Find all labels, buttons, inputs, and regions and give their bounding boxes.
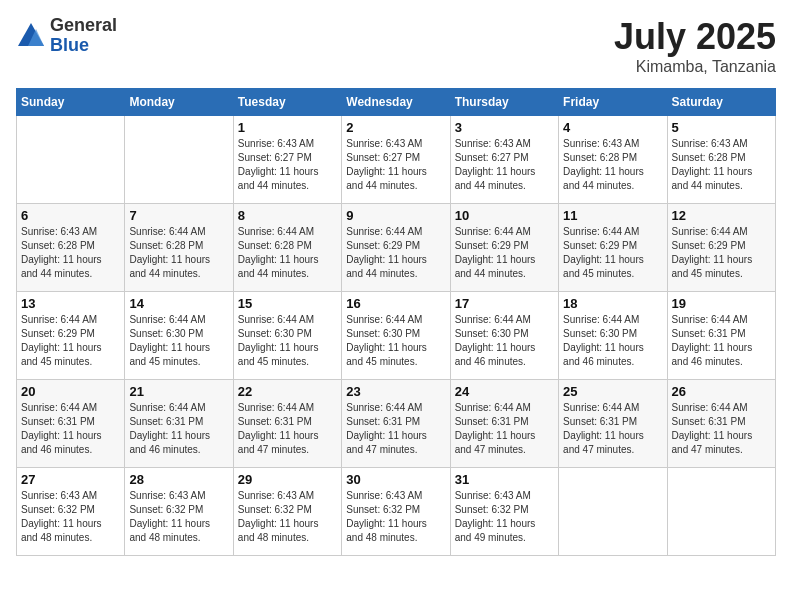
day-number: 16 bbox=[346, 296, 445, 311]
day-info: Sunrise: 6:44 AM Sunset: 6:31 PM Dayligh… bbox=[346, 401, 445, 457]
day-info: Sunrise: 6:44 AM Sunset: 6:31 PM Dayligh… bbox=[455, 401, 554, 457]
calendar-cell: 6Sunrise: 6:43 AM Sunset: 6:28 PM Daylig… bbox=[17, 204, 125, 292]
week-row-1: 1Sunrise: 6:43 AM Sunset: 6:27 PM Daylig… bbox=[17, 116, 776, 204]
day-number: 18 bbox=[563, 296, 662, 311]
day-info: Sunrise: 6:44 AM Sunset: 6:31 PM Dayligh… bbox=[129, 401, 228, 457]
day-number: 13 bbox=[21, 296, 120, 311]
day-number: 28 bbox=[129, 472, 228, 487]
day-info: Sunrise: 6:43 AM Sunset: 6:32 PM Dayligh… bbox=[21, 489, 120, 545]
title-block: July 2025 Kimamba, Tanzania bbox=[614, 16, 776, 76]
day-header-sunday: Sunday bbox=[17, 89, 125, 116]
day-header-thursday: Thursday bbox=[450, 89, 558, 116]
day-header-tuesday: Tuesday bbox=[233, 89, 341, 116]
calendar-cell bbox=[17, 116, 125, 204]
day-info: Sunrise: 6:44 AM Sunset: 6:30 PM Dayligh… bbox=[563, 313, 662, 369]
calendar-cell: 12Sunrise: 6:44 AM Sunset: 6:29 PM Dayli… bbox=[667, 204, 775, 292]
calendar-cell: 22Sunrise: 6:44 AM Sunset: 6:31 PM Dayli… bbox=[233, 380, 341, 468]
day-number: 26 bbox=[672, 384, 771, 399]
day-info: Sunrise: 6:44 AM Sunset: 6:29 PM Dayligh… bbox=[346, 225, 445, 281]
day-info: Sunrise: 6:43 AM Sunset: 6:28 PM Dayligh… bbox=[672, 137, 771, 193]
calendar-cell: 2Sunrise: 6:43 AM Sunset: 6:27 PM Daylig… bbox=[342, 116, 450, 204]
day-number: 21 bbox=[129, 384, 228, 399]
calendar-cell: 8Sunrise: 6:44 AM Sunset: 6:28 PM Daylig… bbox=[233, 204, 341, 292]
day-number: 12 bbox=[672, 208, 771, 223]
week-row-5: 27Sunrise: 6:43 AM Sunset: 6:32 PM Dayli… bbox=[17, 468, 776, 556]
day-header-monday: Monday bbox=[125, 89, 233, 116]
day-info: Sunrise: 6:43 AM Sunset: 6:32 PM Dayligh… bbox=[346, 489, 445, 545]
calendar-cell: 15Sunrise: 6:44 AM Sunset: 6:30 PM Dayli… bbox=[233, 292, 341, 380]
calendar-cell: 25Sunrise: 6:44 AM Sunset: 6:31 PM Dayli… bbox=[559, 380, 667, 468]
calendar-cell: 30Sunrise: 6:43 AM Sunset: 6:32 PM Dayli… bbox=[342, 468, 450, 556]
calendar-cell: 19Sunrise: 6:44 AM Sunset: 6:31 PM Dayli… bbox=[667, 292, 775, 380]
logo-general-text: General bbox=[50, 16, 117, 36]
day-info: Sunrise: 6:43 AM Sunset: 6:28 PM Dayligh… bbox=[563, 137, 662, 193]
calendar-header: SundayMondayTuesdayWednesdayThursdayFrid… bbox=[17, 89, 776, 116]
day-info: Sunrise: 6:44 AM Sunset: 6:31 PM Dayligh… bbox=[672, 401, 771, 457]
calendar-cell: 17Sunrise: 6:44 AM Sunset: 6:30 PM Dayli… bbox=[450, 292, 558, 380]
day-info: Sunrise: 6:43 AM Sunset: 6:27 PM Dayligh… bbox=[346, 137, 445, 193]
day-info: Sunrise: 6:43 AM Sunset: 6:27 PM Dayligh… bbox=[455, 137, 554, 193]
logo: General Blue bbox=[16, 16, 117, 56]
location-subtitle: Kimamba, Tanzania bbox=[614, 58, 776, 76]
day-number: 22 bbox=[238, 384, 337, 399]
calendar-cell: 3Sunrise: 6:43 AM Sunset: 6:27 PM Daylig… bbox=[450, 116, 558, 204]
week-row-4: 20Sunrise: 6:44 AM Sunset: 6:31 PM Dayli… bbox=[17, 380, 776, 468]
day-info: Sunrise: 6:44 AM Sunset: 6:30 PM Dayligh… bbox=[129, 313, 228, 369]
day-info: Sunrise: 6:43 AM Sunset: 6:28 PM Dayligh… bbox=[21, 225, 120, 281]
day-number: 10 bbox=[455, 208, 554, 223]
day-number: 3 bbox=[455, 120, 554, 135]
day-number: 9 bbox=[346, 208, 445, 223]
day-number: 27 bbox=[21, 472, 120, 487]
calendar-cell bbox=[125, 116, 233, 204]
day-number: 5 bbox=[672, 120, 771, 135]
day-info: Sunrise: 6:44 AM Sunset: 6:29 PM Dayligh… bbox=[563, 225, 662, 281]
day-info: Sunrise: 6:44 AM Sunset: 6:31 PM Dayligh… bbox=[21, 401, 120, 457]
header-row: SundayMondayTuesdayWednesdayThursdayFrid… bbox=[17, 89, 776, 116]
calendar-cell: 21Sunrise: 6:44 AM Sunset: 6:31 PM Dayli… bbox=[125, 380, 233, 468]
calendar-cell: 13Sunrise: 6:44 AM Sunset: 6:29 PM Dayli… bbox=[17, 292, 125, 380]
calendar-cell bbox=[667, 468, 775, 556]
day-info: Sunrise: 6:44 AM Sunset: 6:28 PM Dayligh… bbox=[129, 225, 228, 281]
calendar-cell: 7Sunrise: 6:44 AM Sunset: 6:28 PM Daylig… bbox=[125, 204, 233, 292]
logo-icon bbox=[16, 21, 46, 51]
calendar-cell: 5Sunrise: 6:43 AM Sunset: 6:28 PM Daylig… bbox=[667, 116, 775, 204]
day-number: 7 bbox=[129, 208, 228, 223]
calendar-cell: 29Sunrise: 6:43 AM Sunset: 6:32 PM Dayli… bbox=[233, 468, 341, 556]
calendar-cell: 26Sunrise: 6:44 AM Sunset: 6:31 PM Dayli… bbox=[667, 380, 775, 468]
day-number: 25 bbox=[563, 384, 662, 399]
calendar-cell: 14Sunrise: 6:44 AM Sunset: 6:30 PM Dayli… bbox=[125, 292, 233, 380]
day-info: Sunrise: 6:43 AM Sunset: 6:27 PM Dayligh… bbox=[238, 137, 337, 193]
week-row-2: 6Sunrise: 6:43 AM Sunset: 6:28 PM Daylig… bbox=[17, 204, 776, 292]
calendar-cell bbox=[559, 468, 667, 556]
calendar-cell: 31Sunrise: 6:43 AM Sunset: 6:32 PM Dayli… bbox=[450, 468, 558, 556]
calendar-cell: 24Sunrise: 6:44 AM Sunset: 6:31 PM Dayli… bbox=[450, 380, 558, 468]
day-info: Sunrise: 6:44 AM Sunset: 6:29 PM Dayligh… bbox=[672, 225, 771, 281]
day-info: Sunrise: 6:43 AM Sunset: 6:32 PM Dayligh… bbox=[455, 489, 554, 545]
calendar-cell: 10Sunrise: 6:44 AM Sunset: 6:29 PM Dayli… bbox=[450, 204, 558, 292]
month-year-title: July 2025 bbox=[614, 16, 776, 58]
day-number: 29 bbox=[238, 472, 337, 487]
day-info: Sunrise: 6:44 AM Sunset: 6:29 PM Dayligh… bbox=[455, 225, 554, 281]
calendar-cell: 1Sunrise: 6:43 AM Sunset: 6:27 PM Daylig… bbox=[233, 116, 341, 204]
day-info: Sunrise: 6:43 AM Sunset: 6:32 PM Dayligh… bbox=[238, 489, 337, 545]
day-number: 19 bbox=[672, 296, 771, 311]
day-header-friday: Friday bbox=[559, 89, 667, 116]
day-number: 11 bbox=[563, 208, 662, 223]
day-number: 24 bbox=[455, 384, 554, 399]
calendar-cell: 11Sunrise: 6:44 AM Sunset: 6:29 PM Dayli… bbox=[559, 204, 667, 292]
calendar-cell: 16Sunrise: 6:44 AM Sunset: 6:30 PM Dayli… bbox=[342, 292, 450, 380]
day-number: 8 bbox=[238, 208, 337, 223]
day-info: Sunrise: 6:44 AM Sunset: 6:29 PM Dayligh… bbox=[21, 313, 120, 369]
calendar-cell: 4Sunrise: 6:43 AM Sunset: 6:28 PM Daylig… bbox=[559, 116, 667, 204]
calendar-table: SundayMondayTuesdayWednesdayThursdayFrid… bbox=[16, 88, 776, 556]
day-info: Sunrise: 6:44 AM Sunset: 6:31 PM Dayligh… bbox=[238, 401, 337, 457]
calendar-cell: 28Sunrise: 6:43 AM Sunset: 6:32 PM Dayli… bbox=[125, 468, 233, 556]
calendar-body: 1Sunrise: 6:43 AM Sunset: 6:27 PM Daylig… bbox=[17, 116, 776, 556]
day-number: 20 bbox=[21, 384, 120, 399]
day-number: 30 bbox=[346, 472, 445, 487]
day-number: 4 bbox=[563, 120, 662, 135]
day-info: Sunrise: 6:44 AM Sunset: 6:28 PM Dayligh… bbox=[238, 225, 337, 281]
day-info: Sunrise: 6:44 AM Sunset: 6:31 PM Dayligh… bbox=[563, 401, 662, 457]
day-number: 31 bbox=[455, 472, 554, 487]
calendar-cell: 18Sunrise: 6:44 AM Sunset: 6:30 PM Dayli… bbox=[559, 292, 667, 380]
